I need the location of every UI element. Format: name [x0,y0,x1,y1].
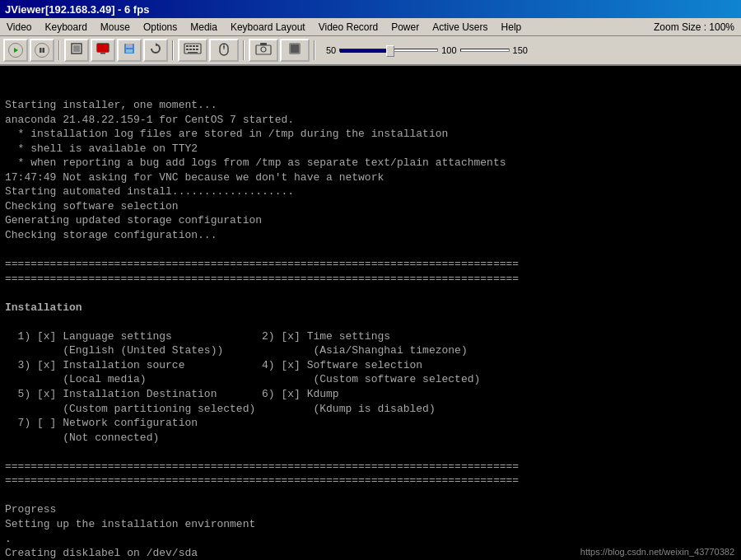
slider-thumb[interactable] [386,45,394,57]
terminal: Starting installer, one moment...anacond… [0,66,741,560]
menu-mouse[interactable]: Mouse [94,18,137,35]
refresh-button[interactable] [143,39,168,62]
power-button[interactable] [280,39,310,62]
menu-help[interactable]: Help [495,18,529,35]
svg-rect-6 [97,44,109,52]
watermark: https://blog.csdn.net/weixin_43770382 [580,547,734,557]
title-text: JViewer[192.168.3.49] - 6 fps [5,3,149,16]
toolbar: 50 100 150 [0,36,741,66]
keyboard-button[interactable] [178,39,207,62]
svg-rect-15 [193,45,195,47]
slider-max-label: 150 [513,45,528,55]
pause-icon [35,43,49,58]
menu-power[interactable]: Power [384,18,426,35]
svg-rect-9 [126,44,133,48]
menu-active-users[interactable]: Active Users [426,18,494,35]
svg-rect-20 [196,49,198,50]
pause-button[interactable] [30,39,54,62]
play-icon [8,43,23,58]
fullscreen-icon [70,42,83,58]
slider-mid-label: 100 [441,45,456,55]
screen-button[interactable] [91,39,115,62]
svg-rect-13 [186,45,189,47]
svg-rect-27 [260,43,267,45]
refresh-icon [149,42,162,58]
svg-rect-19 [193,49,195,50]
zoom-size-label: Zoom Size : 100% [647,20,741,35]
capture-button[interactable] [249,39,278,62]
title-bar: JViewer[192.168.3.49] - 6 fps [0,0,741,18]
slider-min-label: 50 [326,45,336,55]
toolbar-sep-1 [58,40,60,60]
menu-keyboard-layout[interactable]: Keyboard Layout [224,18,312,35]
save-icon [123,42,136,58]
mouse-button[interactable] [209,39,239,62]
svg-marker-0 [14,48,18,53]
slider-area: 50 100 150 [326,45,528,55]
terminal-content: Starting installer, one moment...anacond… [5,98,736,560]
svg-rect-1 [40,48,42,53]
screen-icon [96,42,110,58]
capture-icon [255,42,272,58]
menu-video[interactable]: Video [0,18,38,35]
svg-rect-18 [189,49,192,50]
svg-point-24 [223,46,225,48]
toolbar-sep-4 [314,40,315,60]
svg-point-26 [261,47,266,52]
toolbar-sep-2 [172,40,174,60]
svg-rect-7 [100,53,105,54]
svg-rect-10 [126,49,133,53]
menu-keyboard[interactable]: Keyboard [38,18,93,35]
menu-options[interactable]: Options [137,18,184,35]
power-icon [288,42,301,58]
save-button[interactable] [117,39,142,62]
mouse-icon [218,41,230,59]
menu-video-record[interactable]: Video Record [312,18,385,35]
svg-rect-16 [196,45,198,47]
keyboard-icon [184,43,202,58]
fullscreen-button[interactable] [64,39,89,62]
menu-bar: Video Keyboard Mouse Options Media Keybo… [0,18,741,36]
svg-rect-29 [291,44,299,53]
svg-rect-21 [188,52,198,54]
svg-rect-2 [43,48,45,53]
svg-rect-4 [73,45,80,52]
svg-rect-17 [186,49,189,50]
menu-media[interactable]: Media [184,18,224,35]
svg-rect-14 [189,45,192,47]
play-button[interactable] [3,39,28,62]
toolbar-sep-3 [243,40,245,60]
